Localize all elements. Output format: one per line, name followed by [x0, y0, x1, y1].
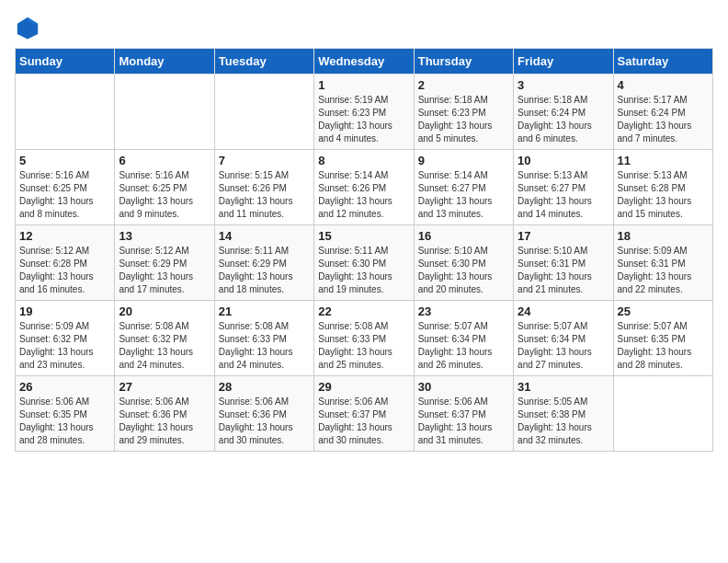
- day-info: Sunrise: 5:06 AM Sunset: 6:36 PM Dayligh…: [219, 396, 310, 447]
- calendar-cell: 10Sunrise: 5:13 AM Sunset: 6:27 PM Dayli…: [514, 150, 613, 225]
- day-number: 7: [219, 154, 310, 167]
- day-number: 2: [418, 78, 509, 92]
- day-number: 8: [318, 154, 409, 167]
- calendar-cell: 20Sunrise: 5:08 AM Sunset: 6:32 PM Dayli…: [115, 301, 214, 376]
- calendar-cell: 6Sunrise: 5:16 AM Sunset: 6:25 PM Daylig…: [115, 150, 214, 225]
- day-info: Sunrise: 5:09 AM Sunset: 6:32 PM Dayligh…: [19, 320, 110, 372]
- calendar-week-row: 5Sunrise: 5:16 AM Sunset: 6:25 PM Daylig…: [16, 150, 713, 225]
- calendar-body: 1Sunrise: 5:19 AM Sunset: 6:23 PM Daylig…: [16, 75, 713, 452]
- calendar-cell: 9Sunrise: 5:14 AM Sunset: 6:27 PM Daylig…: [414, 150, 513, 225]
- page-header: [15, 15, 713, 40]
- calendar-cell: 22Sunrise: 5:08 AM Sunset: 6:33 PM Dayli…: [314, 301, 414, 376]
- day-number: 21: [219, 304, 310, 318]
- day-info: Sunrise: 5:08 AM Sunset: 6:33 PM Dayligh…: [318, 320, 409, 372]
- day-info: Sunrise: 5:08 AM Sunset: 6:32 PM Dayligh…: [119, 320, 210, 372]
- day-info: Sunrise: 5:13 AM Sunset: 6:28 PM Dayligh…: [618, 169, 709, 221]
- calendar-cell: 1Sunrise: 5:19 AM Sunset: 6:23 PM Daylig…: [314, 75, 414, 150]
- calendar-cell: 15Sunrise: 5:11 AM Sunset: 6:30 PM Dayli…: [314, 225, 414, 301]
- day-number: 5: [19, 154, 110, 167]
- svg-marker-0: [17, 17, 38, 40]
- calendar-cell: 13Sunrise: 5:12 AM Sunset: 6:29 PM Dayli…: [115, 225, 214, 301]
- day-info: Sunrise: 5:18 AM Sunset: 6:24 PM Dayligh…: [518, 94, 609, 145]
- day-info: Sunrise: 5:13 AM Sunset: 6:27 PM Dayligh…: [518, 169, 609, 221]
- day-header-friday: Friday: [514, 49, 613, 75]
- calendar-cell: [16, 75, 115, 150]
- day-number: 31: [518, 380, 609, 394]
- day-number: 16: [418, 229, 509, 243]
- calendar-cell: [613, 376, 712, 452]
- calendar-cell: 31Sunrise: 5:05 AM Sunset: 6:38 PM Dayli…: [514, 376, 613, 452]
- calendar-cell: 3Sunrise: 5:18 AM Sunset: 6:24 PM Daylig…: [514, 75, 613, 150]
- calendar-cell: 12Sunrise: 5:12 AM Sunset: 6:28 PM Dayli…: [16, 225, 115, 301]
- calendar-cell: 4Sunrise: 5:17 AM Sunset: 6:24 PM Daylig…: [613, 75, 712, 150]
- day-header-tuesday: Tuesday: [214, 49, 313, 75]
- day-info: Sunrise: 5:06 AM Sunset: 6:37 PM Dayligh…: [418, 396, 509, 447]
- calendar-cell: 17Sunrise: 5:10 AM Sunset: 6:31 PM Dayli…: [514, 225, 613, 301]
- calendar-cell: 25Sunrise: 5:07 AM Sunset: 6:35 PM Dayli…: [613, 301, 712, 376]
- day-info: Sunrise: 5:06 AM Sunset: 6:35 PM Dayligh…: [19, 396, 110, 447]
- calendar-cell: 14Sunrise: 5:11 AM Sunset: 6:29 PM Dayli…: [214, 225, 313, 301]
- day-info: Sunrise: 5:09 AM Sunset: 6:31 PM Dayligh…: [618, 245, 709, 296]
- day-number: 18: [618, 229, 709, 243]
- calendar-week-row: 12Sunrise: 5:12 AM Sunset: 6:28 PM Dayli…: [16, 225, 713, 301]
- day-number: 10: [518, 154, 609, 167]
- day-number: 13: [119, 229, 210, 243]
- day-number: 27: [119, 380, 210, 394]
- day-number: 25: [618, 304, 709, 318]
- day-number: 29: [318, 380, 409, 394]
- day-info: Sunrise: 5:07 AM Sunset: 6:34 PM Dayligh…: [418, 320, 509, 372]
- generalblue-logo-icon: [15, 15, 40, 40]
- calendar-cell: 19Sunrise: 5:09 AM Sunset: 6:32 PM Dayli…: [16, 301, 115, 376]
- calendar-header-row: SundayMondayTuesdayWednesdayThursdayFrid…: [16, 49, 713, 75]
- calendar-cell: 16Sunrise: 5:10 AM Sunset: 6:30 PM Dayli…: [414, 225, 513, 301]
- day-number: 17: [518, 229, 609, 243]
- day-info: Sunrise: 5:10 AM Sunset: 6:31 PM Dayligh…: [518, 245, 609, 296]
- calendar-cell: 11Sunrise: 5:13 AM Sunset: 6:28 PM Dayli…: [613, 150, 712, 225]
- calendar-cell: 26Sunrise: 5:06 AM Sunset: 6:35 PM Dayli…: [16, 376, 115, 452]
- day-number: 20: [119, 304, 210, 318]
- calendar-cell: 21Sunrise: 5:08 AM Sunset: 6:33 PM Dayli…: [214, 301, 313, 376]
- day-info: Sunrise: 5:05 AM Sunset: 6:38 PM Dayligh…: [518, 396, 609, 447]
- day-number: 23: [418, 304, 509, 318]
- day-number: 4: [618, 78, 709, 92]
- day-header-sunday: Sunday: [16, 49, 115, 75]
- day-number: 22: [318, 304, 409, 318]
- calendar-cell: 2Sunrise: 5:18 AM Sunset: 6:23 PM Daylig…: [414, 75, 513, 150]
- calendar-cell: 29Sunrise: 5:06 AM Sunset: 6:37 PM Dayli…: [314, 376, 414, 452]
- calendar-cell: [115, 75, 214, 150]
- day-info: Sunrise: 5:17 AM Sunset: 6:24 PM Dayligh…: [618, 94, 709, 145]
- day-info: Sunrise: 5:19 AM Sunset: 6:23 PM Dayligh…: [318, 94, 409, 145]
- logo: [15, 15, 44, 40]
- day-number: 11: [618, 154, 709, 167]
- day-info: Sunrise: 5:16 AM Sunset: 6:25 PM Dayligh…: [19, 169, 110, 221]
- day-header-saturday: Saturday: [613, 49, 712, 75]
- day-info: Sunrise: 5:14 AM Sunset: 6:26 PM Dayligh…: [318, 169, 409, 221]
- day-number: 1: [318, 78, 409, 92]
- day-info: Sunrise: 5:11 AM Sunset: 6:29 PM Dayligh…: [219, 245, 310, 296]
- day-info: Sunrise: 5:16 AM Sunset: 6:25 PM Dayligh…: [119, 169, 210, 221]
- day-info: Sunrise: 5:08 AM Sunset: 6:33 PM Dayligh…: [219, 320, 310, 372]
- day-header-monday: Monday: [115, 49, 214, 75]
- day-header-wednesday: Wednesday: [314, 49, 414, 75]
- calendar-cell: 30Sunrise: 5:06 AM Sunset: 6:37 PM Dayli…: [414, 376, 513, 452]
- calendar-cell: 18Sunrise: 5:09 AM Sunset: 6:31 PM Dayli…: [613, 225, 712, 301]
- day-number: 15: [318, 229, 409, 243]
- calendar-cell: 5Sunrise: 5:16 AM Sunset: 6:25 PM Daylig…: [16, 150, 115, 225]
- day-info: Sunrise: 5:06 AM Sunset: 6:36 PM Dayligh…: [119, 396, 210, 447]
- day-info: Sunrise: 5:15 AM Sunset: 6:26 PM Dayligh…: [219, 169, 310, 221]
- calendar-cell: 7Sunrise: 5:15 AM Sunset: 6:26 PM Daylig…: [214, 150, 313, 225]
- day-number: 9: [418, 154, 509, 167]
- day-info: Sunrise: 5:11 AM Sunset: 6:30 PM Dayligh…: [318, 245, 409, 296]
- day-header-thursday: Thursday: [414, 49, 513, 75]
- day-number: 3: [518, 78, 609, 92]
- calendar-cell: [214, 75, 313, 150]
- calendar-cell: 24Sunrise: 5:07 AM Sunset: 6:34 PM Dayli…: [514, 301, 613, 376]
- day-number: 6: [119, 154, 210, 167]
- day-number: 14: [219, 229, 310, 243]
- calendar-cell: 23Sunrise: 5:07 AM Sunset: 6:34 PM Dayli…: [414, 301, 513, 376]
- day-info: Sunrise: 5:12 AM Sunset: 6:28 PM Dayligh…: [19, 245, 110, 296]
- day-number: 12: [19, 229, 110, 243]
- day-number: 26: [19, 380, 110, 394]
- day-number: 19: [19, 304, 110, 318]
- day-info: Sunrise: 5:18 AM Sunset: 6:23 PM Dayligh…: [418, 94, 509, 145]
